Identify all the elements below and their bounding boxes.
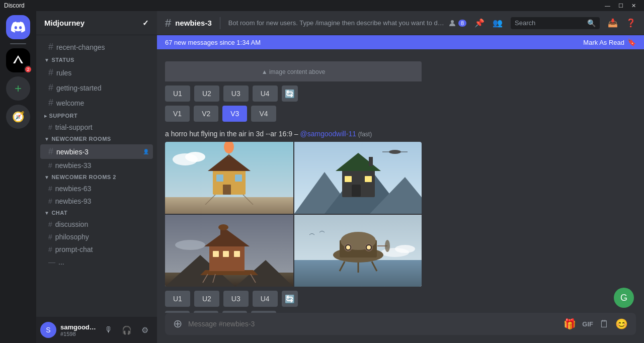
channel-item-welcome[interactable]: # welcome bbox=[40, 96, 153, 110]
channel-item-getting-started[interactable]: # getting-started bbox=[40, 80, 153, 95]
emoji-button[interactable]: 😊 bbox=[615, 318, 628, 330]
server-icon-discord[interactable] bbox=[6, 15, 30, 39]
u1-button-top[interactable]: U1 bbox=[165, 85, 190, 102]
search-input[interactable] bbox=[515, 19, 585, 27]
u4-button-bottom[interactable]: U4 bbox=[253, 291, 278, 307]
explore-button[interactable]: 🧭 bbox=[6, 105, 30, 129]
v2-button-top[interactable]: V2 bbox=[194, 106, 218, 122]
image-cell-4[interactable] bbox=[294, 215, 422, 287]
svg-rect-41 bbox=[234, 251, 240, 257]
channel-item-prompt-chat[interactable]: # prompt-chat bbox=[40, 243, 153, 255]
svg-point-48 bbox=[395, 245, 415, 253]
category-status[interactable]: ▼ status bbox=[36, 55, 157, 65]
bookmark-icon: 🔖 bbox=[627, 38, 636, 46]
hash-icon: # bbox=[48, 67, 53, 78]
refresh-button-bottom[interactable]: 🔄 bbox=[282, 291, 298, 307]
input-area: ⊕ 🎁 GIF 🗒 😊 bbox=[157, 313, 644, 343]
u3-button-bottom[interactable]: U3 bbox=[223, 291, 249, 307]
channel-description: Bot room for new users. Type /imagine th… bbox=[228, 19, 444, 27]
mark-as-read-button[interactable]: Mark As Read 🔖 bbox=[583, 38, 636, 46]
channel-label: discussion bbox=[55, 220, 88, 228]
chevron-down-icon: ✓ bbox=[142, 19, 149, 28]
members-icon[interactable]: 8 bbox=[448, 19, 466, 27]
add-attachment-button[interactable]: ⊕ bbox=[173, 317, 182, 330]
category-chat[interactable]: ▼ CHAT bbox=[36, 208, 157, 218]
server-header[interactable]: Midjourney ✓ bbox=[36, 11, 157, 35]
user-mention-link[interactable]: @samgoodwill-11 bbox=[300, 130, 356, 138]
channel-item-philosophy[interactable]: # philosophy bbox=[40, 231, 153, 243]
action-buttons-bottom: U1 U2 U3 U4 🔄 bbox=[165, 291, 636, 307]
server-icon-midjourney[interactable]: 2 bbox=[6, 48, 30, 72]
channel-label: rules bbox=[56, 69, 71, 77]
channel-item-trial-support[interactable]: # trial-support bbox=[40, 121, 153, 133]
svg-rect-40 bbox=[223, 251, 229, 257]
category-newcomer-rooms-2[interactable]: ▼ NEWCOMER ROOMS 2 bbox=[36, 172, 157, 182]
members-list-icon[interactable]: 👥 bbox=[493, 18, 503, 28]
svg-point-26 bbox=[389, 150, 401, 154]
help-icon[interactable]: ❓ bbox=[626, 18, 636, 28]
prompt-content: a horro hut flying in the air in 3d --ar… bbox=[165, 130, 300, 138]
microphone-button[interactable]: 🎙 bbox=[101, 322, 117, 338]
gif-button[interactable]: GIF bbox=[582, 320, 593, 328]
server-divider bbox=[10, 43, 26, 44]
svg-point-5 bbox=[185, 152, 205, 162]
v4-button-top[interactable]: V4 bbox=[251, 106, 276, 122]
u3-button-top[interactable]: U3 bbox=[223, 85, 249, 102]
chat-area: ▲ image content above U1 U2 U3 U4 🔄 V1 V… bbox=[157, 49, 644, 313]
pin-icon[interactable]: 📌 bbox=[474, 18, 485, 28]
notification-badge: 2 bbox=[24, 65, 32, 73]
image-cell-2[interactable] bbox=[294, 142, 422, 214]
svg-rect-3 bbox=[165, 197, 293, 214]
main-content: # newbies-3 Bot room for new users. Type… bbox=[157, 11, 644, 343]
search-box[interactable]: 🔍 bbox=[511, 17, 600, 29]
channel-item-recent-changes[interactable]: # recent-changes bbox=[40, 40, 153, 54]
channel-item-discussion[interactable]: # discussion bbox=[40, 218, 153, 230]
refresh-button-top[interactable]: 🔄 bbox=[282, 85, 298, 102]
v3-button-top[interactable]: V3 bbox=[222, 106, 247, 122]
v1-button-top[interactable]: V1 bbox=[165, 106, 190, 122]
channel-item-rules[interactable]: # rules bbox=[40, 65, 153, 80]
search-icon: 🔍 bbox=[587, 19, 596, 27]
new-messages-banner[interactable]: 67 new messages since 1:34 AM Mark As Re… bbox=[157, 35, 644, 49]
minimize-button[interactable]: — bbox=[601, 0, 614, 11]
u4-button-top[interactable]: U4 bbox=[253, 85, 278, 102]
add-server-button[interactable]: + bbox=[6, 76, 30, 101]
svg-text:▲ image content above: ▲ image content above bbox=[262, 68, 326, 75]
svg-point-53 bbox=[346, 245, 350, 249]
channel-label: ... bbox=[58, 258, 64, 266]
channel-sidebar: Midjourney ✓ # recent-changes ▼ status #… bbox=[36, 11, 157, 343]
expand-arrow-icon: ▼ bbox=[44, 57, 49, 63]
channel-label: recent-changes bbox=[56, 43, 105, 51]
hash-icon: # bbox=[48, 146, 53, 157]
channel-item-newbies-33[interactable]: # newbies-33 bbox=[40, 159, 153, 172]
channel-item-newbies-63[interactable]: # newbies-63 bbox=[40, 183, 153, 195]
settings-button[interactable]: ⚙ bbox=[137, 322, 153, 338]
titlebar-controls[interactable]: — ☐ ✕ bbox=[601, 0, 640, 11]
message-top: ▲ image content above U1 U2 U3 U4 🔄 V1 V… bbox=[157, 57, 644, 126]
header-divider bbox=[220, 17, 220, 29]
image-cell-1[interactable] bbox=[165, 142, 293, 214]
u1-button-bottom[interactable]: U1 bbox=[165, 291, 190, 307]
channel-item-newbies-93[interactable]: # newbies-93 bbox=[40, 195, 153, 207]
server-name: Midjourney bbox=[44, 19, 85, 27]
headphone-button[interactable]: 🎧 bbox=[119, 322, 135, 338]
server-list: 2 + 🧭 bbox=[0, 11, 36, 343]
channel-item-newbies-3[interactable]: # newbies-3 👤 bbox=[40, 144, 153, 159]
category-label: status bbox=[51, 57, 74, 63]
expand-arrow-icon: ▼ bbox=[44, 175, 49, 180]
category-support[interactable]: ▸ SUPPORT bbox=[36, 111, 157, 121]
message-input[interactable] bbox=[188, 314, 557, 334]
image-cell-3[interactable] bbox=[165, 215, 293, 287]
channel-item-more[interactable]: — ... bbox=[40, 256, 153, 268]
forum-hash-icon: # bbox=[48, 123, 52, 131]
sticker-icon[interactable]: 🗒 bbox=[599, 318, 609, 330]
gift-icon[interactable]: 🎁 bbox=[564, 318, 576, 330]
svg-point-38 bbox=[218, 224, 228, 230]
u2-button-top[interactable]: U2 bbox=[194, 85, 219, 102]
maximize-button[interactable]: ☐ bbox=[614, 0, 627, 11]
u2-button-bottom[interactable]: U2 bbox=[194, 291, 219, 307]
inbox-icon[interactable]: 📥 bbox=[608, 18, 618, 28]
avatar[interactable]: S bbox=[40, 322, 56, 338]
category-newcomer-rooms[interactable]: ▼ NEWCOMER ROOMS bbox=[36, 134, 157, 144]
close-button[interactable]: ✕ bbox=[627, 0, 640, 11]
